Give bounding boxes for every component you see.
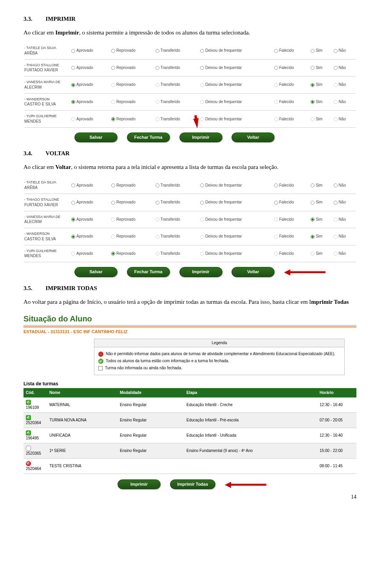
- sim-option[interactable]: Sim: [310, 44, 333, 58]
- status-option[interactable]: Deixou de frequentar: [199, 230, 273, 243]
- legend-body: Não é permitido informar dados para alun…: [94, 347, 344, 375]
- status-option[interactable]: Reprovado: [110, 112, 154, 126]
- table-row[interactable]: 2520464TESTE CRISTINA08:00 - 11:45: [24, 458, 356, 474]
- status-option[interactable]: Falecido: [273, 78, 310, 92]
- status-option[interactable]: Aprovado: [70, 247, 110, 261]
- imprimir-button[interactable]: Imprimir: [118, 479, 161, 489]
- status-option[interactable]: Aprovado: [70, 178, 110, 192]
- status-option[interactable]: Transferido: [155, 247, 200, 261]
- sim-option[interactable]: Sim: [310, 112, 333, 126]
- status-option[interactable]: Falecido: [273, 196, 310, 209]
- student-name-cell: - TATIELE DA SILVAARÊBA: [24, 44, 70, 58]
- status-option[interactable]: Reprovado: [110, 230, 154, 243]
- status-option[interactable]: Transferido: [155, 196, 200, 209]
- status-option[interactable]: Falecido: [273, 95, 310, 109]
- status-option[interactable]: Deixou de frequentar: [199, 196, 273, 209]
- status-option[interactable]: Transferido: [155, 230, 200, 243]
- status-option[interactable]: Deixou de frequentar: [199, 78, 273, 92]
- sim-option[interactable]: Sim: [310, 95, 333, 109]
- sim-option[interactable]: Sim: [310, 247, 333, 261]
- voltar-button[interactable]: Voltar: [231, 132, 275, 142]
- table-row[interactable]: 196495UNIFICADAEnsino RegularEducação In…: [24, 428, 356, 443]
- status-option[interactable]: Aprovado: [70, 61, 110, 75]
- nao-option[interactable]: Não: [333, 95, 356, 109]
- status-option[interactable]: Deixou de frequentar: [199, 61, 273, 75]
- table-row[interactable]: 25203651ª SERIEEnsino RegularEnsino Fund…: [24, 443, 356, 458]
- status-option[interactable]: Falecido: [273, 178, 310, 192]
- fechar-turma-button[interactable]: Fechar Turma: [127, 132, 170, 142]
- status-option[interactable]: Deixou de frequentar: [199, 247, 273, 261]
- status-option[interactable]: Transferido: [155, 178, 200, 192]
- legend-box: Legenda Não é permitido informar dados p…: [94, 339, 345, 375]
- status-option[interactable]: Transferido: [155, 213, 200, 227]
- voltar-button[interactable]: Voltar: [231, 267, 275, 277]
- status-option[interactable]: Falecido: [273, 44, 310, 58]
- nao-option[interactable]: Não: [333, 44, 356, 58]
- table-row[interactable]: 2520364TURMA NOVA ADNAEnsino RegularEduc…: [24, 412, 356, 428]
- status-option[interactable]: Falecido: [273, 213, 310, 227]
- section-3-5-head: 3.5. IMPRIMIR TODAS: [24, 284, 356, 292]
- status-option[interactable]: Reprovado: [110, 95, 154, 109]
- sim-option[interactable]: Sim: [310, 78, 333, 92]
- sim-option[interactable]: Sim: [310, 61, 333, 75]
- divider-orange: [24, 327, 356, 327]
- status-option[interactable]: Aprovado: [70, 230, 110, 243]
- nao-option[interactable]: Não: [333, 61, 356, 75]
- salvar-button[interactable]: Salvar: [74, 267, 118, 277]
- status-option[interactable]: Transferido: [155, 44, 200, 58]
- imprimir-button[interactable]: Imprimir: [179, 267, 222, 277]
- status-option[interactable]: Falecido: [273, 61, 310, 75]
- status-option[interactable]: Transferido: [155, 95, 200, 109]
- student-name-cell: - THIAGO STALLONEFURTADO XAVIER: [24, 61, 70, 75]
- status-option[interactable]: Reprovado: [110, 44, 154, 58]
- section-3-3-para: Ao clicar em Imprimir, o sistema permite…: [24, 29, 356, 37]
- status-option[interactable]: Reprovado: [110, 78, 154, 92]
- nao-option[interactable]: Não: [333, 213, 356, 227]
- status-option[interactable]: Aprovado: [70, 112, 110, 126]
- imprimir-todas-button[interactable]: Imprimir Todas: [170, 479, 216, 489]
- sim-option[interactable]: Sim: [310, 213, 333, 227]
- sim-option[interactable]: Sim: [310, 178, 333, 192]
- section-3-3-num: 3.3.: [24, 16, 33, 22]
- salvar-button[interactable]: Salvar: [74, 132, 118, 142]
- nao-option[interactable]: Não: [333, 112, 356, 126]
- turmas-table: Cód. Nome Modalidade Etapa Horário 19610…: [24, 388, 356, 474]
- legend-green-text: Todos os alunos da turma estão com infor…: [106, 359, 229, 363]
- sim-option[interactable]: Sim: [310, 230, 333, 243]
- fechar-turma-button[interactable]: Fechar Turma: [127, 267, 170, 277]
- status-option[interactable]: Transferido: [155, 78, 200, 92]
- nao-option[interactable]: Não: [333, 247, 356, 261]
- nao-option[interactable]: Não: [333, 196, 356, 209]
- status-option[interactable]: Deixou de frequentar: [199, 95, 273, 109]
- status-option[interactable]: Aprovado: [70, 44, 110, 58]
- status-option[interactable]: Deixou de frequentar: [199, 112, 273, 126]
- status-option[interactable]: Reprovado: [110, 61, 154, 75]
- status-option[interactable]: Aprovado: [70, 213, 110, 227]
- status-option[interactable]: Transferido: [155, 112, 200, 126]
- status-option[interactable]: Aprovado: [70, 78, 110, 92]
- status-option[interactable]: Falecido: [273, 230, 310, 243]
- status-option[interactable]: Reprovado: [110, 178, 154, 192]
- status-option[interactable]: Deixou de frequentar: [199, 44, 273, 58]
- nao-option[interactable]: Não: [333, 178, 356, 192]
- status-option[interactable]: Reprovado: [110, 247, 154, 261]
- status-option[interactable]: Falecido: [273, 247, 310, 261]
- section-3-4-para: Ao clicar em Voltar, o sistema retorna p…: [24, 163, 356, 171]
- status-option[interactable]: Aprovado: [70, 196, 110, 209]
- status-option[interactable]: Deixou de frequentar: [199, 213, 273, 227]
- nao-option[interactable]: Não: [333, 230, 356, 243]
- red-arrow-left-icon: [284, 268, 325, 276]
- imprimir-button[interactable]: Imprimir: [179, 132, 222, 142]
- status-option[interactable]: Falecido: [273, 112, 310, 126]
- nao-option[interactable]: Não: [333, 78, 356, 92]
- student-name-cell: - WANDERSONCASTRO E SILVA: [24, 230, 70, 243]
- status-icon: [26, 461, 31, 466]
- status-option[interactable]: Reprovado: [110, 196, 154, 209]
- table-row[interactable]: 196109MATERNALEnsino RegularEducação Inf…: [24, 397, 356, 413]
- sim-option[interactable]: Sim: [310, 196, 333, 209]
- status-option[interactable]: Reprovado: [110, 213, 154, 227]
- status-option[interactable]: Aprovado: [70, 95, 110, 109]
- status-option[interactable]: Transferido: [155, 61, 200, 75]
- page-number: 14: [24, 493, 356, 501]
- status-option[interactable]: Deixou de frequentar: [199, 178, 273, 192]
